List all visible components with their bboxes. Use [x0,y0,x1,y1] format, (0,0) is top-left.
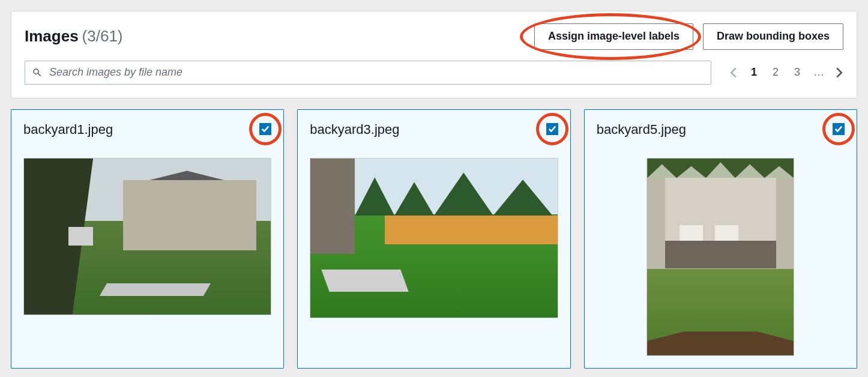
image-thumbnail[interactable] [23,158,271,315]
card-header: backyard5.jpeg [597,122,845,137]
image-thumbnail[interactable] [310,158,558,318]
page-2[interactable]: 2 [770,65,781,80]
panel-controls: 1 2 3 … [25,61,843,85]
search-input-wrap [25,61,711,85]
header-buttons: Assign image-level labels Draw bounding … [534,23,843,50]
image-card[interactable]: backyard3.jpeg [297,109,570,369]
image-filename: backyard1.jpeg [23,122,113,137]
select-checkbox[interactable] [833,123,845,135]
assign-labels-button[interactable]: Assign image-level labels [534,23,693,50]
card-header: backyard3.jpeg [310,122,558,137]
page-1[interactable]: 1 [749,65,759,80]
page-3[interactable]: 3 [792,65,803,80]
image-filename: backyard5.jpeg [597,122,686,137]
images-panel: Images (3/61) Assign image-level labels … [11,11,857,98]
search-icon [32,67,43,78]
check-icon [261,125,270,133]
image-thumbnail[interactable] [646,158,794,356]
panel-title: Images [25,27,79,46]
image-card[interactable]: backyard1.jpeg [11,109,284,369]
chevron-right-icon [835,67,843,79]
select-checkbox[interactable] [259,123,271,135]
prev-page-button[interactable] [729,67,738,79]
panel-header: Images (3/61) Assign image-level labels … [25,23,843,50]
panel-title-wrap: Images (3/61) [25,27,123,46]
chevron-left-icon [729,67,738,79]
panel-count: (3/61) [82,27,123,46]
image-card[interactable]: backyard5.jpeg [584,109,857,369]
check-icon [548,125,556,133]
image-cards: backyard1.jpeg backyard3.jpeg [0,109,868,369]
draw-boxes-button[interactable]: Draw bounding boxes [703,23,843,50]
image-filename: backyard3.jpeg [310,122,399,137]
next-page-button[interactable] [835,67,843,79]
pagination: 1 2 3 … [729,65,843,80]
check-icon [834,125,843,133]
page-ellipsis: … [813,66,824,79]
search-input[interactable] [25,61,711,85]
card-header: backyard1.jpeg [23,122,271,137]
select-checkbox[interactable] [546,123,558,135]
